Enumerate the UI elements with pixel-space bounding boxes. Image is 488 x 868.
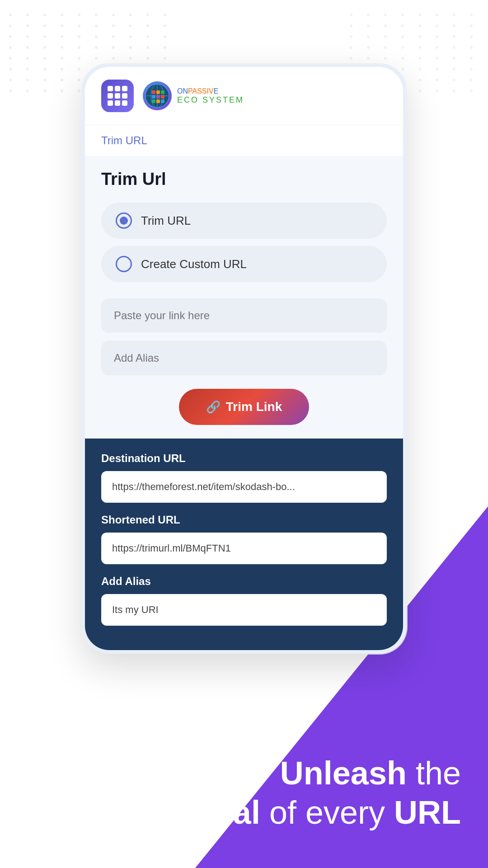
alias-label: Add Alias xyxy=(101,575,387,588)
svg-rect-13 xyxy=(161,99,164,103)
destination-url-label: Destination URL xyxy=(101,452,387,465)
logo-ve: E xyxy=(214,87,219,95)
svg-rect-11 xyxy=(152,99,155,103)
logo-eco: ECO SYSTEM xyxy=(177,95,244,105)
svg-rect-9 xyxy=(156,95,160,99)
trim-link-label: Trim Link xyxy=(226,400,282,414)
radio-option-trim-url[interactable]: Trim URL xyxy=(101,203,387,239)
main-content: Trim Url Trim URL Create Custom URL xyxy=(85,156,403,439)
radio-trim-url-label: Trim URL xyxy=(141,214,191,228)
svg-rect-12 xyxy=(156,99,160,103)
tagline: Unleash the potential of every URL xyxy=(0,754,488,832)
svg-rect-7 xyxy=(161,90,164,94)
breadcrumb-bar: Trim URL xyxy=(85,125,403,156)
logo-icon xyxy=(143,81,172,110)
logo-on: ON xyxy=(177,87,188,95)
breadcrumb-text: Trim URL xyxy=(101,134,147,146)
phone-mockup: ONPASSIVE ECO SYSTEM Trim URL Trim Url xyxy=(81,63,407,654)
destination-url-input[interactable] xyxy=(101,471,387,503)
form-group xyxy=(101,298,387,375)
logo-passive: PASSIV xyxy=(188,87,214,95)
alias-result-input[interactable] xyxy=(101,594,387,626)
logo: ONPASSIVE ECO SYSTEM xyxy=(143,81,244,110)
shortened-url-label: Shortened URL xyxy=(101,514,387,526)
radio-custom-url-circle xyxy=(116,256,132,272)
radio-trim-url-circle xyxy=(116,212,132,229)
tagline-potential: potential xyxy=(125,794,260,830)
shortened-url-input[interactable] xyxy=(101,533,387,564)
logo-text: ONPASSIVE ECO SYSTEM xyxy=(177,87,244,105)
svg-rect-5 xyxy=(152,90,155,94)
svg-rect-6 xyxy=(156,90,160,94)
app-header: ONPASSIVE ECO SYSTEM xyxy=(85,67,403,125)
svg-rect-10 xyxy=(161,95,164,99)
alias-input[interactable] xyxy=(101,341,387,375)
svg-rect-8 xyxy=(152,95,155,99)
radio-group: Trim URL Create Custom URL xyxy=(101,203,387,282)
link-icon: 🔗 xyxy=(206,400,221,414)
trim-link-button[interactable]: 🔗 Trim Link xyxy=(179,389,309,425)
radio-custom-url-label: Create Custom URL xyxy=(141,257,247,271)
grid-menu-button[interactable] xyxy=(101,80,134,112)
grid-icon xyxy=(108,86,127,106)
radio-option-custom-url[interactable]: Create Custom URL xyxy=(101,246,387,282)
page-title: Trim Url xyxy=(101,170,387,189)
tagline-unleash: Unleash xyxy=(280,755,407,791)
radio-trim-url-selected xyxy=(120,217,128,225)
results-section: Destination URL Shortened URL Add Alias xyxy=(85,439,403,650)
tagline-url: URL xyxy=(394,794,461,830)
link-input[interactable] xyxy=(101,298,387,333)
tagline-of-every: of every xyxy=(260,794,394,830)
tagline-the: the xyxy=(407,755,461,791)
